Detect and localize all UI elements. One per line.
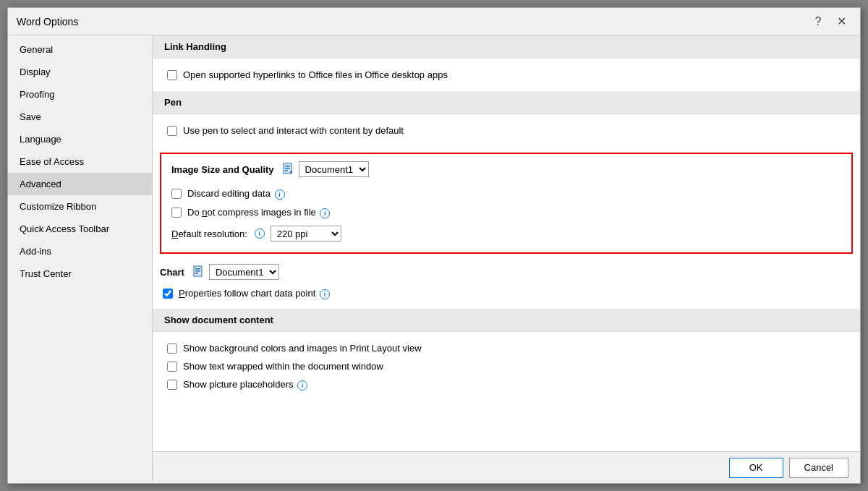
title-bar: Word Options ? ✕: [8, 8, 860, 35]
image-size-header: Image Size and Quality: [171, 161, 841, 177]
discard-editing-info-icon[interactable]: i: [275, 189, 285, 200]
bottom-bar: OK Cancel: [153, 451, 860, 483]
chart-document-select[interactable]: Document1: [209, 264, 279, 280]
image-size-title: Image Size and Quality: [171, 164, 274, 175]
image-size-document-select[interactable]: Document1: [299, 161, 369, 177]
sidebar-item-save[interactable]: Save: [8, 106, 152, 128]
show-bg-colors-row: Show background colors and images in Pri…: [167, 339, 846, 357]
show-text-wrapped-row: Show text wrapped within the document wi…: [167, 357, 846, 375]
chart-dropdown-container: Document1: [192, 264, 279, 280]
main-content: Link Handling Open supported hyperlinks …: [153, 35, 860, 483]
open-hyperlinks-label: Open supported hyperlinks to Office file…: [183, 69, 448, 80]
sidebar-item-quick-access-toolbar[interactable]: Quick Access Toolbar: [8, 218, 152, 240]
sidebar-item-customize-ribbon[interactable]: Customize Ribbon: [8, 195, 152, 218]
svg-rect-3: [285, 170, 288, 171]
sidebar-item-add-ins[interactable]: Add-ins: [8, 240, 152, 262]
properties-follow-chart-checkbox[interactable]: [163, 289, 173, 299]
open-hyperlinks-row: Open supported hyperlinks to Office file…: [167, 66, 846, 84]
pen-header: Pen: [153, 91, 860, 114]
word-options-dialog: Word Options ? ✕ General Display Proofin…: [7, 7, 861, 484]
resolution-select[interactable]: 96 ppi 150 ppi 220 ppi 330 ppi High fide…: [271, 226, 341, 242]
link-handling-content: Open supported hyperlinks to Office file…: [153, 59, 860, 91]
show-document-content: Show background colors and images in Pri…: [153, 332, 860, 401]
scroll-area[interactable]: Link Handling Open supported hyperlinks …: [153, 35, 860, 451]
discard-editing-label: Discard editing data i: [187, 188, 285, 200]
link-handling-header: Link Handling: [153, 35, 860, 59]
sidebar-item-general[interactable]: General: [8, 38, 152, 61]
document-icon: [281, 162, 296, 176]
chart-header: Chart Document1: [160, 260, 853, 284]
show-text-wrapped-label: Show text wrapped within the document wi…: [183, 361, 383, 372]
svg-rect-2: [285, 168, 290, 169]
use-pen-label: Use pen to select and interact with cont…: [183, 125, 404, 136]
show-picture-placeholders-checkbox[interactable]: [167, 380, 177, 390]
show-bg-colors-label: Show background colors and images in Pri…: [183, 343, 422, 354]
discard-editing-row: Discard editing data i: [171, 184, 841, 203]
show-text-wrapped-checkbox[interactable]: [167, 362, 177, 372]
title-bar-right: ? ✕: [808, 12, 851, 32]
image-size-quality-section: Image Size and Quality: [160, 153, 853, 254]
resolution-info-icon[interactable]: i: [255, 229, 265, 239]
chart-section-wrapper: Chart Document1: [153, 260, 860, 303]
no-compress-row: Do not compress images in file i: [171, 203, 841, 222]
picture-placeholders-info-icon[interactable]: i: [297, 380, 307, 390]
title-bar-left: Word Options: [17, 16, 78, 27]
help-button[interactable]: ?: [808, 12, 828, 32]
show-picture-placeholders-row: Show picture placeholders i: [167, 375, 846, 394]
properties-follow-info-icon[interactable]: i: [320, 289, 330, 299]
chart-title: Chart: [160, 267, 184, 278]
pen-content: Use pen to select and interact with cont…: [153, 114, 860, 147]
svg-rect-6: [195, 268, 200, 270]
show-bg-colors-checkbox[interactable]: [167, 343, 177, 354]
chart-document-icon: [192, 265, 206, 279]
resolution-row: Default resolution: i 96 ppi 150 ppi 220…: [171, 222, 841, 245]
image-size-dropdown-container: Document1: [281, 161, 369, 177]
show-document-header: Show document content: [153, 309, 860, 332]
no-compress-checkbox[interactable]: [171, 208, 182, 218]
sidebar-item-ease-of-access[interactable]: Ease of Access: [8, 150, 152, 173]
svg-rect-1: [285, 166, 290, 167]
sidebar-item-display[interactable]: Display: [8, 61, 152, 83]
use-pen-checkbox[interactable]: [167, 126, 177, 136]
no-compress-info-icon[interactable]: i: [320, 208, 330, 218]
open-hyperlinks-checkbox[interactable]: [167, 70, 177, 80]
sidebar-item-advanced[interactable]: Advanced: [8, 173, 152, 195]
properties-follow-chart-row: Properties follow chart data point i: [160, 284, 853, 303]
discard-editing-checkbox[interactable]: [171, 189, 182, 199]
cancel-button[interactable]: Cancel: [789, 458, 848, 478]
use-pen-row: Use pen to select and interact with cont…: [167, 121, 846, 140]
dialog-title: Word Options: [17, 16, 78, 27]
show-picture-placeholders-label: Show picture placeholders i: [183, 379, 307, 390]
svg-rect-7: [195, 270, 200, 272]
no-compress-label: Do not compress images in file i: [187, 207, 330, 218]
sidebar-item-language[interactable]: Language: [8, 128, 152, 150]
resolution-label: Default resolution:: [171, 229, 247, 239]
ok-button[interactable]: OK: [729, 458, 783, 478]
sidebar-item-trust-center[interactable]: Trust Center: [8, 262, 152, 285]
sidebar: General Display Proofing Save Language E…: [8, 35, 153, 483]
sidebar-item-proofing[interactable]: Proofing: [8, 83, 152, 106]
svg-rect-8: [195, 273, 198, 274]
properties-follow-chart-label: Properties follow chart data point i: [179, 288, 330, 299]
content-area: General Display Proofing Save Language E…: [8, 35, 860, 483]
close-button[interactable]: ✕: [831, 12, 851, 32]
show-document-section: Show document content Show background co…: [153, 309, 860, 401]
